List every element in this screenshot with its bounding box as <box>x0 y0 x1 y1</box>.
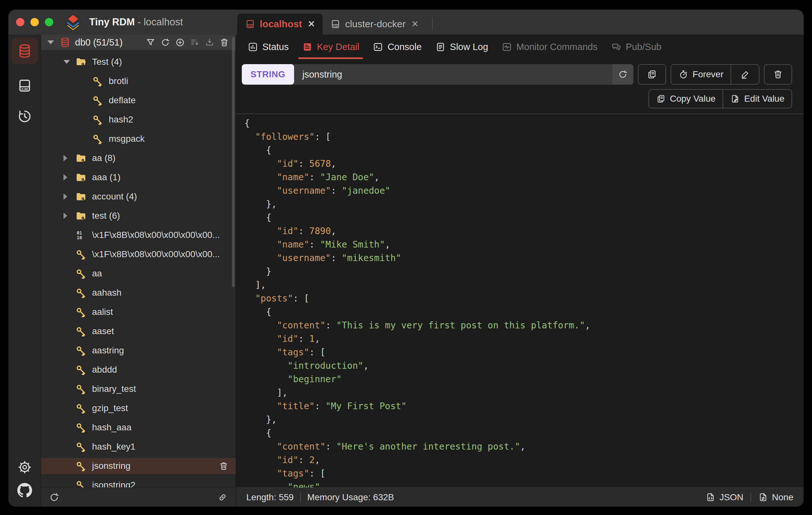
tree-item-aa[interactable]: aa <box>41 265 236 282</box>
reload-key-button[interactable] <box>612 64 633 85</box>
window-title-suffix: - localhost <box>135 16 183 28</box>
tab-label: Status <box>262 42 289 52</box>
tree-item-aaa1[interactable]: aaa (1) <box>41 169 236 185</box>
tree-item-label: jsonstring2 <box>92 480 135 487</box>
minimize-window-button[interactable] <box>30 18 39 26</box>
databases-nav[interactable] <box>11 38 38 64</box>
value-viewer[interactable]: { "followers": [ { "id": 5678, "name": "… <box>236 114 804 487</box>
tree-item-label: aalist <box>92 307 113 317</box>
tree-item-aa8[interactable]: aa (8) <box>41 150 236 166</box>
tab-monitor-commands[interactable]: Monitor Commands <box>496 35 603 59</box>
tab-slow-log[interactable]: Slow Log <box>429 35 494 59</box>
tree-item-brotli[interactable]: brotli <box>41 73 236 89</box>
sidebar-scrollbar[interactable] <box>232 37 235 287</box>
tree-item-label: msgpack <box>109 134 145 144</box>
tab-pub-sub[interactable]: Pub/Sub <box>605 35 667 59</box>
caret-right-icon[interactable] <box>63 212 67 219</box>
tab-console[interactable]: Console <box>367 35 427 59</box>
svg-text:01: 01 <box>77 230 82 235</box>
tree-item-label: jsonstring <box>92 461 130 471</box>
tree-item-hash2[interactable]: hash2 <box>41 112 236 127</box>
connection-tab-label: localhost <box>260 19 302 29</box>
close-tab-icon[interactable]: ✕ <box>308 19 315 29</box>
key-name-bar: STRING jsonstring <box>242 64 633 85</box>
tree-item-label: deflate <box>109 95 136 106</box>
tree-item-aahash[interactable]: aahash <box>41 285 236 301</box>
tab-key-detail[interactable]: Key Detail <box>296 35 365 59</box>
view-as-select[interactable]: JSON <box>705 492 743 503</box>
ttl-button[interactable]: Forever <box>671 65 730 84</box>
tree-item-hash_key1[interactable]: hash_key1 <box>41 439 236 455</box>
json-value[interactable]: { "followers": [ { "id": 5678, "name": "… <box>244 117 795 487</box>
delete-selected-key-button[interactable] <box>219 461 229 471</box>
github-button[interactable] <box>17 483 32 498</box>
db-collapse-caret-icon[interactable] <box>48 40 54 44</box>
edit-value-button[interactable]: Edit Value <box>723 90 791 108</box>
tree-item-aalist[interactable]: aalist <box>41 304 236 320</box>
delete-key-button[interactable] <box>764 64 792 85</box>
tree-item-x1Fx8Bx08x00x00x00x00[interactable]: \x1F\x8B\x08\x00\x00\x00\x00... <box>41 246 236 262</box>
key-type-badge: STRING <box>242 64 294 85</box>
ttl-label: Forever <box>693 69 724 80</box>
key-icon <box>75 460 87 472</box>
add-key-button[interactable] <box>175 37 185 48</box>
tree-item-deflate[interactable]: deflate <box>41 92 236 108</box>
history-nav[interactable] <box>11 103 38 130</box>
filter-keys-button[interactable] <box>146 37 155 48</box>
folder-open-icon <box>75 56 87 68</box>
reload-db-button[interactable] <box>161 37 170 48</box>
caret-right-icon[interactable] <box>63 193 67 200</box>
tree-item-label: account (4) <box>92 192 137 202</box>
db-header[interactable]: db0 (51/51) <box>41 35 236 50</box>
import-keys-button[interactable] <box>205 37 214 48</box>
tree-item-abddd[interactable]: abddd <box>41 362 236 378</box>
tree-item-binary_test[interactable]: binary_test <box>41 381 236 397</box>
close-tab-icon[interactable]: ✕ <box>411 19 419 29</box>
connections-nav[interactable] <box>11 73 38 99</box>
trash-icon <box>773 69 783 80</box>
code-line: ], <box>244 278 795 292</box>
settings-button[interactable] <box>17 460 32 475</box>
status-divider <box>750 492 751 502</box>
caret-right-icon[interactable] <box>63 174 67 180</box>
pencil-icon <box>740 69 750 80</box>
tree-item-aaset[interactable]: aaset <box>41 323 236 339</box>
tree-item-x1Fx8Bx08x00x00x00x00[interactable]: 0110\x1F\x8B\x08\x00\x00\x00\x00... <box>41 227 236 243</box>
tree-item-gzip_test[interactable]: gzip_test <box>41 400 236 416</box>
connection-tab-cluster-docker[interactable]: cluster-docker✕ <box>323 13 426 35</box>
tab-status[interactable]: Status <box>242 35 294 59</box>
github-icon <box>17 483 32 498</box>
server-icon <box>17 78 32 93</box>
title-bar: Tiny RDM - localhost localhost✕cluster-d… <box>8 10 804 35</box>
tree-item-msgpack[interactable]: msgpack <box>41 131 236 147</box>
connection-tab-localhost[interactable]: localhost✕ <box>237 13 323 35</box>
tree-item-hash_aaa[interactable]: hash_aaa <box>41 420 236 435</box>
caret-right-icon[interactable] <box>63 155 67 161</box>
flush-db-button[interactable] <box>220 37 229 48</box>
rename-key-button[interactable] <box>730 65 759 84</box>
decode-label: None <box>772 492 793 503</box>
tree-item-jsonstring[interactable]: jsonstring <box>41 458 236 474</box>
code-line: }, <box>244 198 795 211</box>
tree-item-account4[interactable]: account (4) <box>41 189 236 205</box>
zoom-window-button[interactable] <box>45 18 53 26</box>
caret-down-icon[interactable] <box>63 60 70 64</box>
code-line: { <box>244 211 795 225</box>
link-button[interactable] <box>217 492 228 503</box>
copy-value-button[interactable]: Copy Value <box>649 90 723 108</box>
decode-select[interactable]: None <box>758 492 793 503</box>
tree-item-test6[interactable]: test (6) <box>41 208 236 224</box>
pubsub-icon <box>611 42 621 52</box>
copy-key-name-button[interactable] <box>638 64 666 85</box>
main-panel: StatusKey DetailConsoleSlow LogMonitor C… <box>236 35 804 507</box>
key-icon <box>75 268 87 280</box>
tree-item-Test4[interactable]: Test (4) <box>41 54 236 70</box>
code-line: "tags": [ <box>244 467 795 480</box>
key-name-input[interactable]: jsonstring <box>294 69 612 80</box>
reload-keys-button[interactable] <box>49 492 60 503</box>
tree-item-jsonstring2[interactable]: jsonstring2 <box>41 477 236 487</box>
close-window-button[interactable] <box>16 18 24 26</box>
tree-item-label: hash2 <box>109 114 133 125</box>
tree-item-aastring[interactable]: aastring <box>41 342 236 359</box>
flatten-list-button[interactable] <box>190 37 200 48</box>
